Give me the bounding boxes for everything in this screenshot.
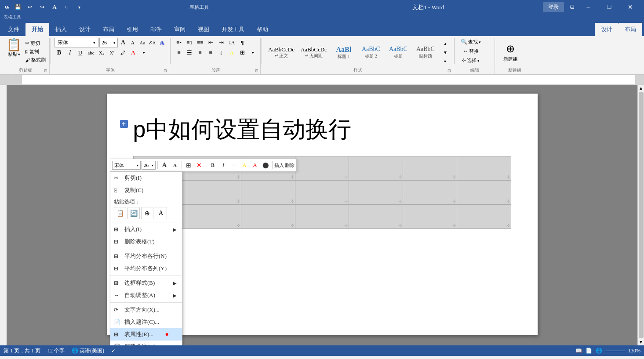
tab-insert[interactable]: 插入 xyxy=(49,23,73,36)
change-case-btn[interactable]: Aa xyxy=(138,38,147,47)
table-cell-2-4[interactable]: ⊹ xyxy=(295,181,349,205)
shading-btn[interactable]: A xyxy=(227,48,236,58)
font-grow-btn[interactable]: A xyxy=(119,38,127,47)
ctx-new-comment[interactable]: 💬 新建批注(M) xyxy=(110,341,182,345)
ctx-border-style[interactable]: ⊞ 边框样式(B) ▶ xyxy=(110,277,182,289)
mini-delete[interactable]: 删除 xyxy=(285,160,295,170)
ctx-insert-caption[interactable]: 📄 插入题注(C)... xyxy=(110,316,182,328)
tab-design[interactable]: 设计 xyxy=(73,23,97,36)
ctx-delete-table[interactable]: ⊟ 删除表格(T) xyxy=(110,236,182,248)
format-painter-btn[interactable]: 🖌 格式刷 xyxy=(24,56,47,64)
mini-align[interactable]: ≡ xyxy=(229,160,239,170)
tab-file[interactable]: 文件 xyxy=(2,23,25,36)
language-btn[interactable]: 🌐 英语(美国) xyxy=(72,347,104,355)
tab-layout[interactable]: 布局 xyxy=(97,23,120,36)
paste-icon-1[interactable]: 📋 xyxy=(114,207,126,219)
cut-btn[interactable]: ✂ 剪切 xyxy=(24,40,47,47)
zoom-slider[interactable]: ───── xyxy=(606,348,625,354)
mini-font-name[interactable]: 宋体 ▾ xyxy=(112,161,141,170)
mini-shrink-btn[interactable]: A xyxy=(170,160,180,170)
line-spacing-btn[interactable]: ↕ xyxy=(216,48,226,58)
table-cell-2-5[interactable]: ⊹ xyxy=(349,181,403,205)
tab-table-layout[interactable]: 布局 xyxy=(619,23,642,36)
copy-btn[interactable]: ⎘ 复制 xyxy=(24,48,47,55)
page-anchor[interactable]: + xyxy=(120,120,128,128)
document-area[interactable]: + p中如何设置自动换行 ⊹ ⊹ ⊹ ⊹ ⊹ ⊹ xyxy=(7,85,637,345)
paste-icon-2[interactable]: 🔄 xyxy=(127,207,140,219)
multilevel-btn[interactable]: ≡≡ xyxy=(195,38,205,47)
style-scroll-down[interactable]: ▼ xyxy=(440,48,450,57)
autosave-btn[interactable]: A xyxy=(49,2,60,12)
style-scroll-up[interactable]: ▲ xyxy=(440,40,450,48)
table-cell-1-4[interactable]: ⊹ xyxy=(295,156,349,181)
table-cell-3-6[interactable]: ⊹ xyxy=(403,205,457,229)
save-quick-btn[interactable]: 💾 xyxy=(12,2,23,12)
paste-btn[interactable]: 📋 粘贴 ▾ xyxy=(4,38,23,64)
tab-developer[interactable]: 开发工具 xyxy=(215,23,251,36)
mini-highlight[interactable]: A xyxy=(240,160,249,170)
tab-help[interactable]: 帮助 xyxy=(251,23,274,36)
circle-btn[interactable]: ○ xyxy=(62,2,72,12)
style-subtitle[interactable]: AaBbC 副标题 xyxy=(412,45,439,60)
ctx-dist-cols[interactable]: ⊟ 平均分布各列(Y) xyxy=(110,262,182,275)
mini-insert[interactable]: 插入 xyxy=(274,160,284,170)
bold-btn[interactable]: B xyxy=(55,48,64,58)
mini-table-del[interactable]: ✕ xyxy=(194,160,204,170)
table-cell-3-3[interactable]: ⊹ xyxy=(241,205,295,229)
restore-window-btn[interactable]: ⧉ xyxy=(567,2,577,12)
font-size-input[interactable]: 26 ▾ xyxy=(99,38,118,47)
sort-btn[interactable]: ↕A xyxy=(227,38,236,47)
numbering-btn[interactable]: ≡1 xyxy=(185,38,194,47)
table-cell-2-2[interactable]: ⊹ xyxy=(187,181,241,205)
decrease-indent-btn[interactable]: ⇤ xyxy=(206,38,215,47)
styles-expand[interactable]: ⊡ xyxy=(447,68,452,73)
borders-btn[interactable]: ⊞ xyxy=(237,48,247,58)
ctx-dist-rows[interactable]: ⊟ 平均分布各行(N) xyxy=(110,250,182,262)
maximize-btn[interactable]: □ xyxy=(599,0,619,14)
mini-grow-btn[interactable]: A xyxy=(160,160,169,170)
table-cell-3-4[interactable]: ⊹ xyxy=(295,205,349,229)
minimize-btn[interactable]: – xyxy=(578,0,598,14)
font-color-arrow[interactable]: ▾ xyxy=(139,48,149,58)
table-cell-1-6[interactable]: ⊹ xyxy=(403,156,457,181)
ctx-table-props[interactable]: ⊞ 表属性(R)... ● xyxy=(110,328,182,341)
clear-format-btn[interactable]: ✗A xyxy=(148,38,156,47)
text-effect-btn[interactable]: A xyxy=(157,38,166,47)
justify-btn[interactable]: ≡ xyxy=(206,48,215,58)
show-marks-btn[interactable]: ¶ xyxy=(237,38,247,47)
undo-btn[interactable]: ↩ xyxy=(25,2,35,12)
align-center-btn[interactable]: ☰ xyxy=(185,48,194,58)
paste-icon-3[interactable]: ⊕ xyxy=(141,207,153,219)
align-left-btn[interactable]: ≡ xyxy=(174,48,184,58)
table-cell-3-5[interactable]: ⊹ xyxy=(349,205,403,229)
mini-table-grid[interactable]: ⊞ xyxy=(184,160,193,170)
scroll-thumb[interactable] xyxy=(639,92,644,338)
mini-shading[interactable]: ⬤ xyxy=(261,160,270,170)
tab-mailings[interactable]: 邮件 xyxy=(144,23,168,36)
redo-btn[interactable]: ↪ xyxy=(37,2,47,12)
tab-review[interactable]: 审阅 xyxy=(168,23,192,36)
vertical-scrollbar[interactable]: ▲ ▼ xyxy=(637,85,644,345)
style-title[interactable]: AaBbC 标题 xyxy=(385,45,411,60)
ctx-auto-fit[interactable]: ↔ 自动调整(A) ▶ xyxy=(110,289,182,301)
subscript-btn[interactable]: X₂ xyxy=(97,48,106,58)
italic-btn[interactable]: I xyxy=(65,48,75,58)
view-print-btn[interactable]: 📄 xyxy=(586,348,592,354)
ctx-insert[interactable]: ⊞ 插入(I) ▶ xyxy=(110,223,182,236)
find-btn[interactable]: 🔍 查找 ▾ xyxy=(458,38,484,46)
mini-bold[interactable]: B xyxy=(208,160,218,170)
mini-italic[interactable]: I xyxy=(218,160,228,170)
table-cell-3-2[interactable]: ⊹ xyxy=(187,205,241,229)
font-name-input[interactable]: 宋体 ▾ xyxy=(55,38,98,47)
tab-table-design[interactable]: 设计 xyxy=(595,23,619,36)
tab-references[interactable]: 引用 xyxy=(120,23,144,36)
view-read-btn[interactable]: 📖 xyxy=(575,348,582,354)
highlight-btn[interactable]: 🖊 xyxy=(118,48,127,58)
tab-home[interactable]: 开始 xyxy=(25,23,49,36)
font-shrink-btn[interactable]: A xyxy=(128,38,137,47)
table-cell-3-7[interactable]: ⊹ xyxy=(457,205,511,229)
new-group-btn[interactable]: ⊕ 新建组 xyxy=(500,41,521,64)
replace-btn[interactable]: ↔ 替换 xyxy=(460,47,481,55)
table-cell-2-3[interactable]: ⊹ xyxy=(241,181,295,205)
ctx-copy[interactable]: ⎘ 复制(C) xyxy=(110,184,182,196)
